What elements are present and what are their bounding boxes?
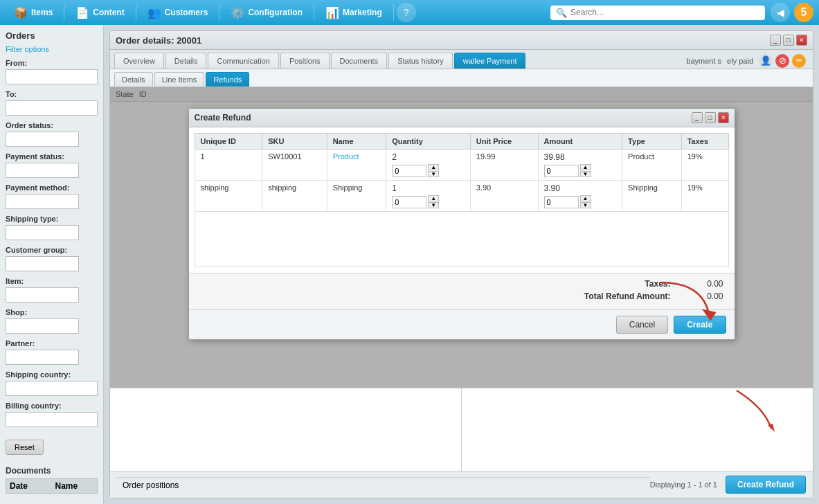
subtab-details[interactable]: Details	[114, 72, 153, 87]
main-tabs: Overview Details Communication Positions…	[110, 50, 813, 69]
col-sku: SKU	[262, 134, 327, 150]
modal-titlebar: Create Refund _ □ ✕	[189, 109, 735, 127]
row2-qty-down[interactable]: ▼	[428, 202, 439, 208]
row2-amount-up[interactable]: ▲	[580, 195, 591, 201]
close-button[interactable]: ✕	[796, 35, 807, 46]
modal-minimize-button[interactable]: _	[692, 112, 703, 123]
filter-options-link[interactable]: Filter options	[6, 45, 98, 53]
nav-divider-2	[136, 4, 136, 21]
row2-amount-input[interactable]	[544, 196, 579, 208]
item-label: Item:	[6, 277, 98, 285]
create-button[interactable]: Create	[674, 316, 726, 334]
payment-method-input[interactable]	[6, 194, 79, 209]
tab-overview[interactable]: Overview	[114, 53, 164, 69]
subtab-refunds[interactable]: Refunds	[206, 72, 249, 87]
tab-communication[interactable]: Communication	[208, 53, 278, 69]
subtab-line-items[interactable]: Line Items	[154, 72, 205, 87]
customer-group-input[interactable]	[6, 256, 79, 271]
order-status-label: Order status:	[6, 121, 98, 129]
refund-summary: Taxes: 0.00 Total Refund Amount: 0.00	[189, 273, 735, 309]
nav-configuration[interactable]: ⚙️ Configuration	[222, 3, 311, 22]
panel-titlebar: Order details: 20001 _ □ ✕	[110, 31, 813, 50]
row2-name: Shipping	[327, 181, 386, 212]
row1-qty-down[interactable]: ▼	[428, 171, 439, 177]
tab-status-history[interactable]: Status history	[388, 53, 453, 69]
cancel-button[interactable]: Cancel	[616, 316, 668, 334]
row1-qty-value: 2	[392, 152, 465, 162]
marketing-icon: 📊	[325, 6, 339, 19]
tab-wallee-payment[interactable]: wallee Payment	[454, 53, 526, 69]
minimize-button[interactable]: _	[770, 35, 781, 46]
row1-qty-input[interactable]	[392, 165, 426, 177]
row2-amount-down[interactable]: ▼	[580, 202, 591, 208]
billing-country-input[interactable]	[6, 412, 98, 427]
nav-divider-4	[314, 4, 314, 21]
payment-status-text: bayment s	[686, 57, 721, 65]
help-button[interactable]: ?	[397, 3, 416, 22]
row2-qty-input[interactable]	[392, 196, 426, 208]
row2-amount-spinner: ▲ ▼	[544, 195, 617, 208]
from-input[interactable]	[6, 69, 98, 84]
row1-amount-value: 39.98	[544, 152, 617, 162]
row1-name[interactable]: Product	[327, 150, 386, 181]
payment-status-input[interactable]	[6, 163, 79, 178]
back-button[interactable]: ◀	[771, 3, 790, 22]
documents-title: Documents	[6, 466, 98, 476]
nav-content[interactable]: 📄 Content	[67, 3, 132, 22]
svg-marker-0	[768, 424, 775, 432]
shipping-type-label: Shipping type:	[6, 215, 98, 223]
filter-billing-country: Billing country:	[6, 402, 98, 427]
reset-button[interactable]: Reset	[6, 440, 44, 455]
notification-badge[interactable]: 5	[794, 3, 813, 22]
docs-name-header: Name	[52, 479, 98, 493]
nav-items[interactable]: 📦 Items	[6, 3, 61, 22]
row1-qty-spinner-btns: ▲ ▼	[428, 164, 439, 177]
search-input[interactable]	[570, 8, 759, 17]
restore-button[interactable]: □	[783, 35, 794, 46]
order-positions-bar: Order positions	[117, 477, 650, 493]
shop-input[interactable]	[6, 318, 79, 334]
nav-customers[interactable]: 👥 Customers	[139, 3, 217, 22]
refund-table: Unique ID SKU Name Quantity Unit Price A…	[195, 133, 729, 267]
empty-cell	[195, 212, 728, 267]
filter-partner: Partner:	[6, 339, 98, 365]
block-icon[interactable]: ⊘	[775, 54, 789, 68]
filter-shipping-type: Shipping type:	[6, 215, 98, 240]
row2-unique-id: shipping	[195, 181, 262, 212]
col-quantity: Quantity	[386, 134, 471, 150]
content-icon: 📄	[75, 6, 89, 19]
shipping-type-input[interactable]	[6, 225, 79, 240]
total-summary-row: Total Refund Amount: 0.00	[200, 291, 723, 301]
tab-positions[interactable]: Positions	[280, 53, 330, 69]
row1-qty-up[interactable]: ▲	[428, 164, 439, 170]
row2-qty-up[interactable]: ▲	[428, 195, 439, 201]
row1-amount-up[interactable]: ▲	[580, 164, 591, 170]
row2-sku: shipping	[262, 181, 327, 212]
row1-amount-down[interactable]: ▼	[580, 171, 591, 177]
partner-input[interactable]	[6, 350, 79, 365]
item-input[interactable]	[6, 287, 79, 303]
search-icon: 🔍	[556, 8, 567, 18]
order-status-input[interactable]	[6, 132, 79, 147]
shipping-country-input[interactable]	[6, 381, 98, 396]
payment-status-label: Payment status:	[6, 152, 98, 161]
create-refund-button[interactable]: Create Refund	[726, 476, 806, 494]
content-area: Order details: 20001 _ □ ✕ Overview Deta…	[104, 25, 819, 504]
nav-marketing[interactable]: 📊 Marketing	[317, 3, 390, 22]
customer-group-label: Customer group:	[6, 246, 98, 254]
billing-country-label: Billing country:	[6, 402, 98, 410]
row2-quantity: 1 ▲ ▼	[386, 181, 471, 212]
from-label: From:	[6, 59, 98, 67]
customers-icon: 👥	[147, 6, 161, 19]
tab-details[interactable]: Details	[165, 53, 207, 69]
user-icon[interactable]: 👤	[759, 54, 773, 68]
col-unique-id: Unique ID	[195, 134, 262, 150]
to-input[interactable]	[6, 100, 98, 116]
configuration-icon: ⚙️	[231, 6, 244, 19]
row1-amount-input[interactable]	[544, 165, 579, 177]
edit-icon[interactable]: ✏	[792, 54, 806, 68]
modal-close-button[interactable]: ✕	[718, 112, 729, 123]
modal-title: Create Refund	[195, 113, 251, 123]
tab-documents[interactable]: Documents	[331, 53, 388, 69]
modal-restore-button[interactable]: □	[705, 112, 716, 123]
